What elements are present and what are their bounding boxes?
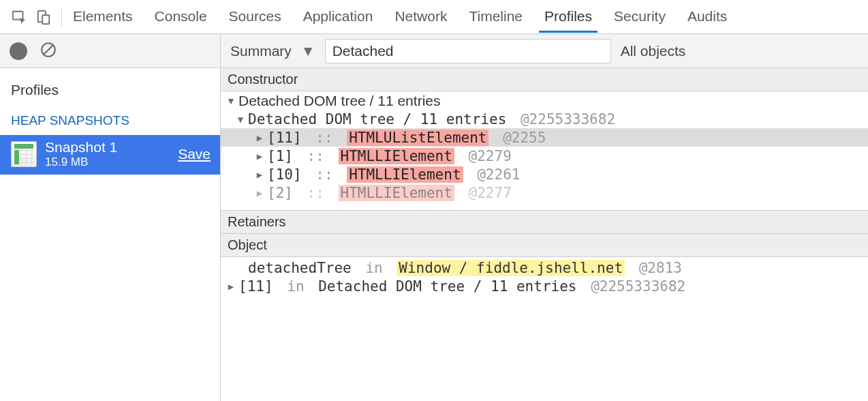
tab-console[interactable]: Console [153,1,208,32]
child-count: [10] [267,166,302,183]
disclosure-triangle-icon[interactable]: ▼ [236,114,245,125]
retainers-section: Retainers Object detachedTree in Window … [221,210,868,295]
group-row[interactable]: ▼ Detached DOM tree / 11 entries [221,91,868,110]
retainer-row[interactable]: detachedTree in Window / fiddle.jshell.n… [221,258,868,277]
object-id: @2279 [469,148,512,164]
object-id: @2277 [469,185,512,201]
child-count: [1] [267,148,293,164]
profiles-sidebar: Profiles HEAP SNAPSHOTS Snapshot 1 15.9 … [0,34,221,401]
svg-rect-0 [13,11,23,19]
disclosure-triangle-icon[interactable]: ▶ [255,132,264,143]
tree-row[interactable]: ▶ [2] :: HTMLLIElement @2277 [221,183,868,202]
entry-label: Detached DOM tree / 11 entries [248,111,506,128]
device-toggle-icon[interactable] [33,6,55,28]
disclosure-triangle-icon[interactable]: ▶ [255,169,264,180]
object-id: @2261 [477,166,520,183]
retainer-prefix: detachedTree [248,260,352,276]
tab-profiles[interactable]: Profiles [543,1,593,32]
sidebar-heading: Profiles [0,68,220,108]
class-filter-input[interactable] [325,39,611,63]
retainer-target: Detached DOM tree / 11 entries [318,278,576,295]
tab-application[interactable]: Application [302,1,375,32]
snapshot-name: Snapshot 1 [45,139,170,155]
tab-security[interactable]: Security [613,1,667,32]
retainer-target: Window / fiddle.jshell.net [397,260,625,276]
profile-main: Summary ▼ All objects Constructor ▼ Deta… [221,34,868,401]
retainers-tree[interactable]: detachedTree in Window / fiddle.jshell.n… [221,257,868,295]
devtools-tabstrip: Elements Console Sources Application Net… [0,0,868,34]
tab-timeline[interactable]: Timeline [467,1,524,32]
svg-line-4 [43,44,53,55]
sidebar-toolbar [0,34,220,68]
view-dropdown[interactable]: Summary [230,43,292,59]
tab-audits[interactable]: Audits [686,1,728,32]
clear-icon[interactable] [40,41,57,61]
object-id: @2255 [503,130,546,146]
snapshot-item[interactable]: Snapshot 1 15.9 MB Save [0,135,220,175]
type-badge: HTMLLIElement [339,185,454,201]
scope-dropdown[interactable]: All objects [621,43,686,59]
tab-network[interactable]: Network [393,1,448,32]
disclosure-triangle-icon[interactable]: ▼ [226,95,236,106]
chevron-down-icon[interactable]: ▼ [301,43,315,59]
disclosure-triangle-icon[interactable]: ▶ [226,281,236,292]
inspect-icon[interactable] [8,6,30,28]
profile-toolbar: Summary ▼ All objects [221,34,868,68]
sep: :: [315,166,332,183]
child-count: [11] [267,130,302,146]
tab-sources[interactable]: Sources [228,1,283,32]
tree-row[interactable]: ▶ [10] :: HTMLLIElement @2261 [221,165,868,183]
sep: :: [307,148,324,164]
child-count: [2] [267,185,293,201]
panel-tabs: Elements Console Sources Application Net… [72,1,728,32]
snapshot-icon [11,141,37,167]
retainers-header[interactable]: Retainers [221,210,868,234]
tab-elements[interactable]: Elements [72,1,134,32]
record-button[interactable] [10,42,27,60]
constructor-tree[interactable]: ▼ Detached DOM tree / 11 entries ▼ Detac… [221,91,868,210]
tabstrip-separator [61,8,62,26]
sep: :: [307,185,324,201]
sidebar-section-label: HEAP SNAPSHOTS [0,108,220,135]
tree-row[interactable]: ▶ [1] :: HTMLLIElement @2279 [221,147,868,165]
object-id: @2255333682 [591,278,685,295]
constructor-header[interactable]: Constructor [221,68,868,91]
type-badge: HTMLLIElement [347,166,463,183]
retainer-mid: in [365,260,382,276]
disclosure-triangle-icon[interactable]: ▶ [255,151,264,162]
snapshot-save-link[interactable]: Save [178,146,211,162]
svg-rect-2 [42,15,49,24]
tree-row[interactable]: ▼ Detached DOM tree / 11 entries @225533… [221,110,868,128]
retainer-mid: in [287,278,304,295]
tree-row[interactable]: ▶ [11] :: HTMLUListElement @2255 [221,128,868,147]
disclosure-triangle-icon[interactable]: ▶ [255,188,264,198]
object-id: @2813 [639,260,682,276]
group-label: Detached DOM tree / 11 entries [238,93,440,109]
snapshot-size: 15.9 MB [45,155,170,169]
object-id: @2255333682 [521,111,615,128]
object-header[interactable]: Object [221,234,868,257]
retainer-row[interactable]: ▶ [11] in Detached DOM tree / 11 entries… [221,277,868,295]
sep: :: [315,130,332,146]
type-badge: HTMLUListElement [347,130,489,146]
retainer-prefix: [11] [238,278,273,295]
type-badge: HTMLLIElement [339,148,454,164]
